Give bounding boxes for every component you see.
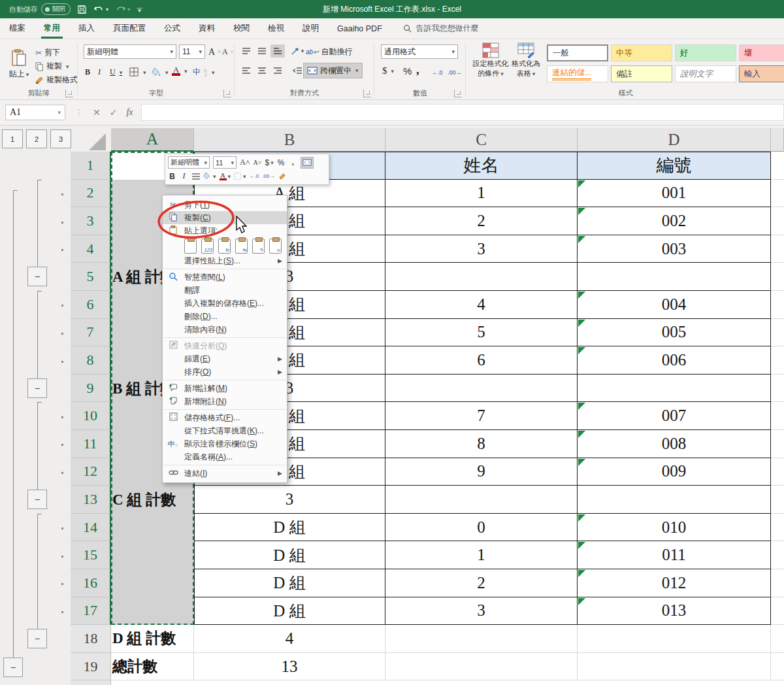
grow-font-button[interactable]: A˄	[208, 45, 221, 59]
menu-item-19[interactable]: 儲存格格式(F)...	[163, 411, 287, 424]
cell-C9[interactable]	[385, 375, 578, 403]
outline-level-2-button[interactable]: 2	[26, 129, 47, 148]
increase-decimal-button[interactable]: ←.0	[432, 65, 443, 79]
row-header-6[interactable]: 6	[71, 291, 111, 319]
select-all-corner[interactable]	[89, 133, 106, 150]
cell-D9[interactable]	[578, 375, 771, 403]
row-header-18[interactable]: 18	[71, 625, 111, 653]
phonetic-guide-button[interactable]: 中ㄓㄨ	[193, 65, 215, 79]
mini-font-color-button[interactable]: A	[220, 173, 231, 180]
row-header-4[interactable]: 4	[71, 235, 111, 263]
align-bottom-button[interactable]	[270, 44, 285, 58]
align-right-button[interactable]	[270, 64, 285, 77]
cell-D18[interactable]	[578, 625, 771, 653]
cell-D16[interactable]: 012	[578, 569, 771, 597]
cell-E11-partial[interactable]	[771, 430, 784, 458]
cell-C12[interactable]: 9	[385, 458, 578, 486]
italic-button[interactable]: I	[98, 65, 101, 79]
cancel-button[interactable]: ✕	[93, 107, 101, 118]
column-header-A[interactable]: A	[111, 128, 194, 152]
cell-E14-partial[interactable]	[771, 514, 784, 542]
paste-option-transpose-icon[interactable]: ⇆	[235, 239, 248, 254]
cell-D19[interactable]	[578, 653, 771, 681]
cell-B16[interactable]: D 組	[194, 569, 385, 597]
style-explanatory[interactable]: 說明文字	[675, 65, 736, 82]
column-header-C[interactable]: C	[385, 128, 578, 152]
cell-C4[interactable]: 3	[385, 235, 578, 263]
style-good[interactable]: 好	[675, 44, 736, 61]
mini-grow-font-button[interactable]: A˄	[240, 158, 250, 167]
cell-C2[interactable]: 1	[385, 180, 578, 208]
cell-E13-partial[interactable]	[771, 486, 784, 514]
mini-decrease-decimal-button[interactable]: .00→	[262, 173, 274, 179]
paste-option-formatting-brush-icon[interactable]: ✎	[252, 239, 265, 254]
style-input[interactable]: 輸入	[739, 65, 784, 82]
mini-shrink-font-button[interactable]: A˅	[253, 159, 261, 166]
tab-view[interactable]: 檢視	[259, 18, 293, 39]
row-header-20-partial[interactable]	[71, 680, 111, 685]
cell-E5-partial[interactable]	[771, 263, 784, 291]
accounting-format-button[interactable]: $	[382, 64, 394, 78]
row-header-9[interactable]: 9	[71, 375, 111, 403]
cell-D13[interactable]	[578, 486, 771, 514]
cell-C13[interactable]	[385, 486, 578, 514]
mini-accounting-button[interactable]: $	[265, 158, 273, 167]
font-size-select[interactable]: 11	[179, 44, 205, 59]
cell-E16-partial[interactable]	[771, 569, 784, 597]
tab-page-layout[interactable]: 頁面配置	[104, 18, 155, 39]
menu-item-14[interactable]: 排序(O)▶	[163, 365, 287, 378]
cell-A13[interactable]: C 組 計數	[111, 486, 194, 514]
cell-D3[interactable]: 002	[578, 207, 771, 235]
mini-merge-center-button[interactable]	[301, 157, 314, 169]
outline-level-3-button[interactable]: 3	[50, 129, 71, 148]
mini-font-name[interactable]: 新細明體	[168, 156, 210, 169]
font-color-button[interactable]: A	[172, 64, 188, 78]
fill-color-button[interactable]	[152, 65, 169, 79]
menu-item-2[interactable]: 貼上選項:	[163, 224, 287, 237]
merge-center-button[interactable]: 跨欄置中	[303, 63, 363, 78]
cell-C15[interactable]: 1	[385, 541, 578, 569]
outline-level-1-button[interactable]: 1	[2, 129, 23, 148]
name-box[interactable]: A1▾	[5, 105, 65, 120]
tab-formulas[interactable]: 公式	[155, 18, 189, 39]
row-header-7[interactable]: 7	[71, 319, 111, 347]
row-header-19[interactable]: 19	[71, 653, 111, 681]
outline-collapse-group-2-button[interactable]: −	[27, 378, 47, 398]
cell-D15[interactable]: 011	[578, 541, 771, 569]
menu-item-21[interactable]: 中ㄓ顯示注音標示欄位(S)	[163, 437, 287, 450]
cell-D7[interactable]: 005	[578, 319, 771, 347]
cell-B13[interactable]: 3	[194, 486, 385, 514]
cell-B19[interactable]: 13	[194, 653, 385, 681]
copy-button[interactable]: 複製	[35, 59, 69, 73]
cell-D5[interactable]	[578, 263, 771, 291]
cell-C11[interactable]: 8	[385, 430, 578, 458]
cell-E19-partial[interactable]	[771, 653, 784, 681]
tab-review[interactable]: 校閱	[224, 18, 259, 39]
cell-D11[interactable]: 008	[578, 430, 771, 458]
number-dialog-launcher[interactable]	[454, 90, 462, 97]
menu-item-10[interactable]: 清除內容(N)	[163, 323, 287, 336]
cell-D1[interactable]: 編號	[578, 152, 771, 180]
mini-borders-button[interactable]	[234, 173, 246, 180]
paste-option-paste-icon[interactable]	[184, 239, 197, 254]
cell-C19[interactable]	[385, 653, 578, 681]
row-header-2[interactable]: 2	[71, 180, 111, 208]
cell-B15[interactable]: D 組	[194, 541, 385, 569]
menu-item-13[interactable]: 篩選(E)▶	[163, 352, 287, 365]
tab-help[interactable]: 說明	[293, 18, 328, 39]
wrap-text-button[interactable]: ab↩自動換行	[306, 45, 353, 59]
menu-item-0[interactable]: ✂剪下(T)	[163, 198, 287, 211]
format-as-table-button[interactable]: 格式化為表格	[509, 42, 543, 78]
cell-D4[interactable]: 003	[578, 235, 771, 263]
mini-fill-color-button[interactable]	[203, 172, 216, 180]
underline-button[interactable]: U	[110, 65, 122, 79]
paste-option-values-123-icon[interactable]: 123	[201, 239, 214, 254]
menu-item-17[interactable]: 新增附註(N)	[163, 395, 287, 408]
cut-button[interactable]: ✂剪下	[35, 46, 60, 59]
cell-D17[interactable]: 013	[578, 597, 771, 626]
cell-E12-partial[interactable]	[771, 458, 784, 486]
menu-item-22[interactable]: 定義名稱(A)...	[163, 450, 287, 463]
menu-item-6[interactable]: i智慧查閱(L)	[163, 271, 287, 284]
cell-C1[interactable]: 姓名	[385, 152, 578, 180]
cell-D14[interactable]: 010	[578, 514, 771, 542]
